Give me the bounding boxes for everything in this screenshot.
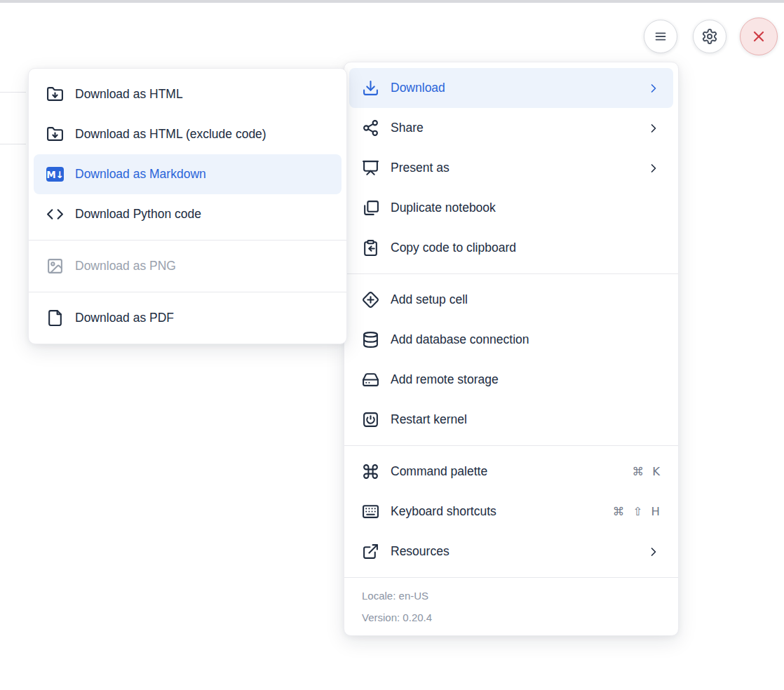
menu-item-label: Download as Markdown	[75, 167, 329, 182]
share-icon	[362, 119, 379, 137]
menu-section: Download as PDF	[29, 292, 346, 344]
menu-item-label: Download as PDF	[75, 311, 329, 325]
menu-item-download[interactable]: Download	[349, 68, 673, 108]
menu-item-download-as-png: Download as PNG	[29, 246, 346, 286]
keyboard-icon	[362, 503, 379, 520]
menu-item-download-as-pdf[interactable]: Download as PDF	[29, 298, 346, 338]
hamburger-menu-button[interactable]	[644, 20, 677, 53]
folder-down-icon	[46, 86, 64, 103]
presentation-icon	[362, 159, 379, 177]
chevron-right-icon	[647, 81, 661, 95]
file-icon	[46, 309, 64, 327]
menu-item-download-as-html[interactable]: Download as HTML	[29, 74, 346, 114]
menu-item-label: Download as PNG	[75, 259, 329, 273]
menu-item-duplicate-notebook[interactable]: Duplicate notebook	[344, 188, 678, 228]
menu-item-restart-kernel[interactable]: Restart kernel	[344, 400, 678, 440]
download-icon	[362, 79, 379, 97]
chevron-right-icon	[647, 545, 661, 559]
duplicate-icon	[362, 199, 379, 217]
chevron-right-icon	[647, 161, 661, 175]
menu-section: Command palette ⌘ K Keyboard shortcuts ⌘…	[344, 445, 678, 577]
menu-item-label: Resources	[391, 544, 635, 559]
code-icon	[46, 205, 64, 223]
menu-item-label: Restart kernel	[391, 412, 661, 427]
menu-item-add-remote-storage[interactable]: Add remote storage	[344, 360, 678, 400]
menu-item-add-setup-cell[interactable]: Add setup cell	[344, 280, 678, 320]
menu-item-keyboard-shortcuts[interactable]: Keyboard shortcuts ⌘ ⇧ H	[344, 492, 678, 532]
hard-drive-icon	[362, 371, 379, 388]
database-icon	[362, 331, 379, 349]
menu-item-label: Download Python code	[75, 207, 329, 222]
menu-section: Add setup cell Add database connection A…	[344, 273, 678, 445]
markdown-badge-icon: M↓	[46, 165, 64, 183]
power-icon	[362, 411, 379, 428]
close-icon	[750, 28, 767, 45]
menu-item-label: Download as HTML (exclude code)	[75, 127, 329, 142]
menu-item-label: Copy code to clipboard	[391, 241, 661, 255]
menu-item-download-as-html-exclude-code[interactable]: Download as HTML (exclude code)	[29, 114, 346, 154]
window-top-edge	[0, 0, 784, 3]
gear-icon	[701, 28, 718, 45]
settings-button[interactable]	[693, 20, 726, 53]
diamond-plus-icon	[362, 291, 379, 309]
hamburger-icon	[653, 29, 668, 44]
menu-item-command-palette[interactable]: Command palette ⌘ K	[344, 452, 678, 492]
menu-item-label: Add database connection	[391, 332, 661, 347]
menu-item-download-python-code[interactable]: Download Python code	[29, 194, 346, 234]
menu-item-label: Present as	[391, 161, 635, 175]
menu-item-download-as-markdown[interactable]: M↓ Download as Markdown	[34, 154, 342, 194]
clipboard-copy-icon	[362, 239, 379, 257]
menu-item-add-database-connection[interactable]: Add database connection	[344, 320, 678, 360]
menu-section: Download as PNG	[29, 240, 346, 292]
image-icon	[46, 257, 64, 275]
menu-item-label: Download as HTML	[75, 87, 329, 102]
external-link-icon	[362, 543, 379, 560]
menu-item-label: Duplicate notebook	[391, 201, 661, 215]
menu-section: Download as HTML Download as HTML (exclu…	[29, 69, 346, 240]
background-divider	[0, 144, 26, 144]
menu-item-copy-code[interactable]: Copy code to clipboard	[344, 228, 678, 268]
folder-down-icon	[46, 126, 64, 143]
menu-item-label: Add remote storage	[391, 372, 661, 387]
command-icon	[362, 463, 379, 480]
menu-item-present-as[interactable]: Present as	[344, 148, 678, 188]
menu-item-label: Command palette	[391, 464, 621, 479]
locale-text: Locale: en-US	[344, 585, 678, 607]
menu-item-share[interactable]: Share	[344, 108, 678, 148]
menu-item-label: Share	[391, 121, 635, 135]
menu-section: Download Share Present as Duplicate note…	[344, 62, 678, 273]
menu-item-label: Keyboard shortcuts	[391, 504, 602, 519]
chevron-right-icon	[647, 121, 661, 135]
menu-item-label: Add setup cell	[391, 292, 661, 307]
menu-item-resources[interactable]: Resources	[344, 532, 678, 571]
close-button[interactable]	[740, 18, 778, 55]
background-divider	[0, 92, 26, 93]
shortcut-text: ⌘ K	[632, 465, 661, 478]
shortcut-text: ⌘ ⇧ H	[613, 505, 661, 518]
download-submenu: Download as HTML Download as HTML (exclu…	[28, 68, 347, 344]
menu-item-label: Download	[391, 81, 635, 95]
menu-footer: Locale: en-US Version: 0.20.4	[344, 577, 678, 635]
version-text: Version: 0.20.4	[344, 607, 678, 628]
notebook-actions-menu: Download Share Present as Duplicate note…	[344, 62, 679, 636]
